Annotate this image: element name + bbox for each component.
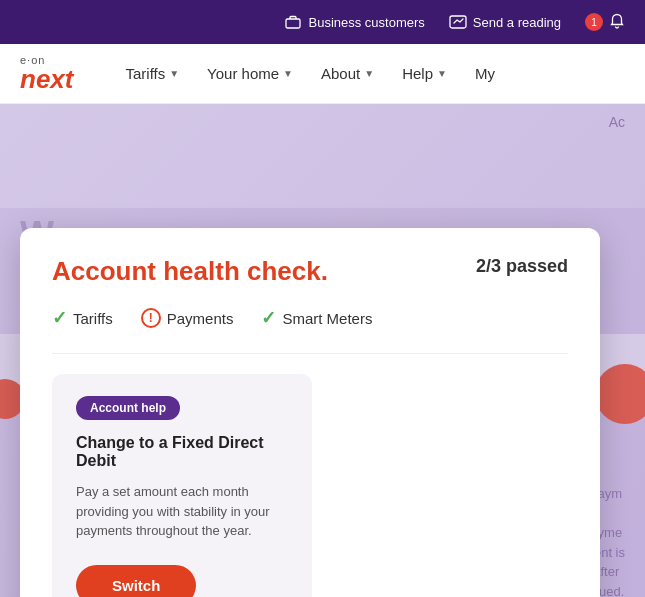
nav-label-help: Help (402, 65, 433, 82)
meter-icon (449, 13, 467, 31)
nav-items: Tariffs ▼ Your home ▼ About ▼ Help ▼ My (113, 57, 625, 90)
check-item-smart-meters: ✓ Smart Meters (261, 307, 372, 329)
top-bar: Business customers Send a reading 1 (0, 0, 645, 44)
nav-item-your-home[interactable]: Your home ▼ (195, 57, 305, 90)
card-badge: Account help (76, 396, 180, 420)
svg-rect-1 (450, 16, 466, 28)
card-title: Change to a Fixed Direct Debit (76, 434, 288, 470)
chevron-down-icon: ▼ (437, 68, 447, 79)
notification-badge: 1 (585, 13, 603, 31)
nav-bar: e·on next Tariffs ▼ Your home ▼ About ▼ … (0, 44, 645, 104)
logo[interactable]: e·on next (20, 55, 73, 92)
modal-overlay: Account health check. 2/3 passed ✓ Tarif… (0, 208, 645, 597)
info-card: Account help Change to a Fixed Direct De… (52, 374, 312, 597)
nav-label-my: My (475, 65, 495, 82)
switch-button[interactable]: Switch (76, 565, 196, 598)
nav-label-your-home: Your home (207, 65, 279, 82)
nav-item-help[interactable]: Help ▼ (390, 57, 459, 90)
logo-next: next (20, 66, 73, 92)
chevron-down-icon: ▼ (283, 68, 293, 79)
nav-item-about[interactable]: About ▼ (309, 57, 386, 90)
nav-label-tariffs: Tariffs (125, 65, 165, 82)
modal-title: Account health check. (52, 256, 328, 287)
notification-bell[interactable]: 1 (585, 13, 625, 32)
account-label-bg: Ac (609, 114, 625, 130)
page-background: W... 192 G... Ac t paympaymement iss aft… (0, 104, 645, 597)
check-item-tariffs: ✓ Tariffs (52, 307, 113, 329)
send-reading-link[interactable]: Send a reading (449, 13, 561, 31)
check-label-payments: Payments (167, 310, 234, 327)
business-customers-link[interactable]: Business customers (284, 13, 424, 31)
modal-passed: 2/3 passed (476, 256, 568, 277)
chevron-down-icon: ▼ (169, 68, 179, 79)
account-health-modal: Account health check. 2/3 passed ✓ Tarif… (20, 228, 600, 597)
modal-checks: ✓ Tariffs ! Payments ✓ Smart Meters (52, 307, 568, 329)
briefcase-icon (284, 13, 302, 31)
bell-icon (609, 13, 625, 32)
check-item-payments: ! Payments (141, 307, 234, 329)
card-description: Pay a set amount each month providing yo… (76, 482, 288, 541)
chevron-down-icon: ▼ (364, 68, 374, 79)
check-icon-passed-smart-meters: ✓ (261, 307, 276, 329)
nav-item-my[interactable]: My (463, 57, 507, 90)
svg-rect-0 (286, 19, 300, 28)
check-icon-warning-payments: ! (141, 308, 161, 328)
send-reading-label: Send a reading (473, 15, 561, 30)
business-customers-label: Business customers (308, 15, 424, 30)
check-label-smart-meters: Smart Meters (282, 310, 372, 327)
nav-label-about: About (321, 65, 360, 82)
check-icon-passed-tariffs: ✓ (52, 307, 67, 329)
modal-divider (52, 353, 568, 354)
nav-item-tariffs[interactable]: Tariffs ▼ (113, 57, 191, 90)
check-label-tariffs: Tariffs (73, 310, 113, 327)
modal-header: Account health check. 2/3 passed (52, 256, 568, 287)
